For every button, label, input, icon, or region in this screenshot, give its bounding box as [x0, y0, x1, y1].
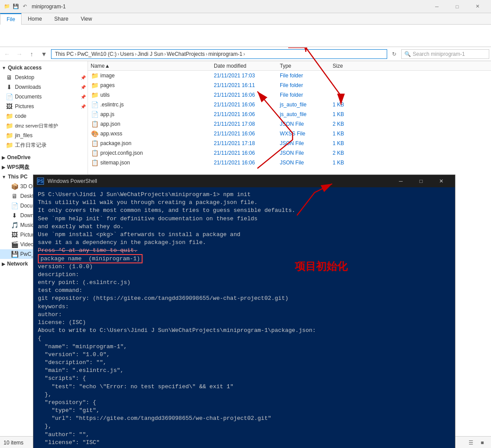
- recent-locations-button[interactable]: ▼: [39, 49, 49, 59]
- table-row[interactable]: 📁 utils 21/11/2021 16:06 File folder: [88, 90, 491, 100]
- sidebar-item-label: Pictures: [15, 103, 34, 109]
- sidebar-item-desktop[interactable]: 🖥 Desktop 📌: [0, 73, 88, 82]
- file-type-cell: js_auto_file: [277, 111, 330, 117]
- ps-line: "name": "miniprogram-1",: [38, 343, 451, 351]
- sidebar-item-downloads[interactable]: ⬇ Downloads 📌: [0, 82, 88, 92]
- sidebar-item-work[interactable]: 📁 工作日常记录: [0, 140, 88, 150]
- sidebar-item-dmz[interactable]: 📁 dmz server日常维护: [0, 121, 88, 131]
- sidebar-item-documents[interactable]: 📄 Documents 📌: [0, 92, 88, 102]
- docs-icon: 📄: [11, 202, 18, 210]
- file-size-cell: 1 KB: [330, 131, 365, 137]
- path-segment: This PC: [55, 51, 74, 57]
- file-size-cell: 1 KB: [330, 140, 365, 146]
- documents-icon: 📄: [5, 93, 13, 101]
- file-date-cell: 21/11/2021 16:06: [211, 150, 277, 156]
- col-header-size[interactable]: Size: [330, 61, 365, 70]
- ps-maximize-button[interactable]: □: [411, 175, 431, 187]
- view-details-button[interactable]: ☰: [465, 438, 476, 448]
- onedrive-label: OneDrive: [7, 154, 30, 160]
- sidebar-item-label: dmz server日常维护: [15, 123, 58, 129]
- file-date-cell: 21/11/2021 16:11: [211, 82, 277, 88]
- ps-line: description:: [38, 271, 451, 279]
- view-tiles-button[interactable]: ■: [477, 438, 487, 448]
- table-row[interactable]: 📁 pages 21/11/2021 16:11 File folder: [88, 80, 491, 90]
- ps-icon: PS: [37, 178, 44, 185]
- chevron-icon: ▶: [2, 155, 5, 160]
- tab-home[interactable]: Home: [22, 13, 48, 24]
- title-bar: 📁 💾 ↶ miniprogram-1 ─ □ ✕: [0, 0, 491, 13]
- file-name-cell: 📋 package.json: [88, 139, 211, 147]
- address-path[interactable]: This PC › PwC_Win10 (C:) › Users › Jindi…: [51, 49, 387, 59]
- file-type-cell: File folder: [277, 92, 330, 98]
- ps-line: See `npm help init` for definitive docum…: [38, 215, 451, 223]
- onedrive-header[interactable]: ▶ OneDrive: [0, 153, 88, 162]
- table-row[interactable]: 📄 .eslintrc.js 21/11/2021 16:06 js_auto_…: [88, 100, 491, 109]
- ps-line: },: [38, 391, 451, 399]
- ps-line: This utility will walk you through creat…: [38, 199, 451, 207]
- refresh-button[interactable]: ↻: [389, 49, 399, 59]
- chevron-icon: ▼: [2, 175, 6, 179]
- table-row[interactable]: 📁 image 21/11/2021 17:03 File folder: [88, 71, 491, 80]
- music-icon: 🎵: [11, 221, 18, 229]
- powershell-window: PS Windows PowerShell ─ □ ✕ PS C:\Users\…: [33, 175, 455, 448]
- forward-button[interactable]: →: [14, 49, 25, 59]
- videos-icon: 🎬: [11, 240, 18, 248]
- ps-minimize-button[interactable]: ─: [391, 175, 411, 187]
- sidebar-item-label: Desktop: [15, 74, 34, 80]
- desktop-icon: 🖥: [5, 73, 13, 81]
- drive-icon: 💾: [11, 250, 18, 258]
- sidebar-item-code[interactable]: 📁 code: [0, 111, 88, 121]
- path-segment: miniprogram-1: [209, 51, 242, 57]
- json-icon: 📋: [91, 120, 99, 128]
- sidebar-item-label: 工作日常记录: [15, 142, 47, 149]
- file-size-cell: 1 KB: [330, 111, 365, 117]
- ps-line: test command:: [38, 287, 451, 295]
- window-controls: ─ □ ✕: [427, 0, 487, 13]
- ps-line: license: (ISC): [38, 319, 451, 327]
- tab-file[interactable]: File: [0, 13, 22, 25]
- sidebar-item-jin[interactable]: 📁 jin_files: [0, 131, 88, 140]
- file-name-cell: 📁 image: [88, 72, 211, 80]
- table-row[interactable]: 📋 sitemap.json 21/11/2021 16:06 JSON Fil…: [88, 158, 491, 168]
- wps-header[interactable]: ▶ WPS网盘: [0, 162, 88, 172]
- table-row[interactable]: 🎨 app.wxss 21/11/2021 16:06 WXSS File 1 …: [88, 129, 491, 138]
- title-bar-icons: 📁 💾 ↶: [4, 3, 28, 10]
- chevron-icon: ▶: [2, 262, 5, 266]
- quick-access-header[interactable]: ▼ Quick access: [0, 63, 88, 73]
- table-row[interactable]: 📋 project.config.json 21/11/2021 16:06 J…: [88, 148, 491, 158]
- maximize-button[interactable]: □: [447, 0, 467, 13]
- table-row[interactable]: 📋 package.json 21/11/2021 17:18 JSON Fil…: [88, 138, 491, 148]
- folder-icon: 📁: [91, 72, 99, 80]
- table-row[interactable]: 📋 app.json 21/11/2021 17:08 JSON File 2 …: [88, 119, 491, 129]
- table-row[interactable]: 📄 app.js 21/11/2021 16:06 js_auto_file 1…: [88, 109, 491, 119]
- ps-line: entry point: (.eslintrc.js): [38, 279, 451, 287]
- ps-line: },: [38, 423, 451, 430]
- sidebar-item-pictures[interactable]: 🖼 Pictures 📌: [0, 102, 88, 111]
- ps-line: About to write to C:\Users\Jindi J Sun\W…: [38, 327, 451, 335]
- ribbon-tabs: File Home Share View: [0, 13, 491, 25]
- col-header-name[interactable]: Name ▲: [88, 61, 211, 70]
- sidebar-item-label: Downloads: [15, 84, 41, 90]
- close-button[interactable]: ✕: [467, 0, 487, 13]
- ps-close-button[interactable]: ✕: [431, 175, 451, 187]
- search-box[interactable]: 🔍 Search miniprogram-1: [401, 49, 489, 59]
- col-header-type[interactable]: Type: [277, 61, 330, 70]
- tab-share[interactable]: Share: [48, 13, 74, 24]
- chevron-icon: ▼: [2, 66, 6, 70]
- ps-line: package name (miniprogram-1): [38, 255, 451, 263]
- tab-view[interactable]: View: [74, 13, 98, 24]
- file-date-cell: 21/11/2021 17:03: [211, 73, 277, 79]
- back-button[interactable]: ←: [2, 49, 12, 59]
- json-icon: 📋: [91, 149, 99, 157]
- ps-line: and exactly what they do.: [38, 223, 451, 231]
- ps-line: "type": "git",: [38, 407, 451, 415]
- col-header-date[interactable]: Date modified: [211, 61, 277, 70]
- file-name-cell: 📁 utils: [88, 91, 211, 99]
- up-button[interactable]: ↑: [26, 49, 37, 59]
- file-type-cell: JSON File: [277, 140, 330, 146]
- ps-line: "scripts": {: [38, 375, 451, 382]
- ps-line: "license": "ISC": [38, 439, 451, 447]
- file-type-cell: File folder: [277, 73, 330, 79]
- wps-label: WPS网盘: [7, 164, 29, 171]
- minimize-button[interactable]: ─: [427, 0, 447, 13]
